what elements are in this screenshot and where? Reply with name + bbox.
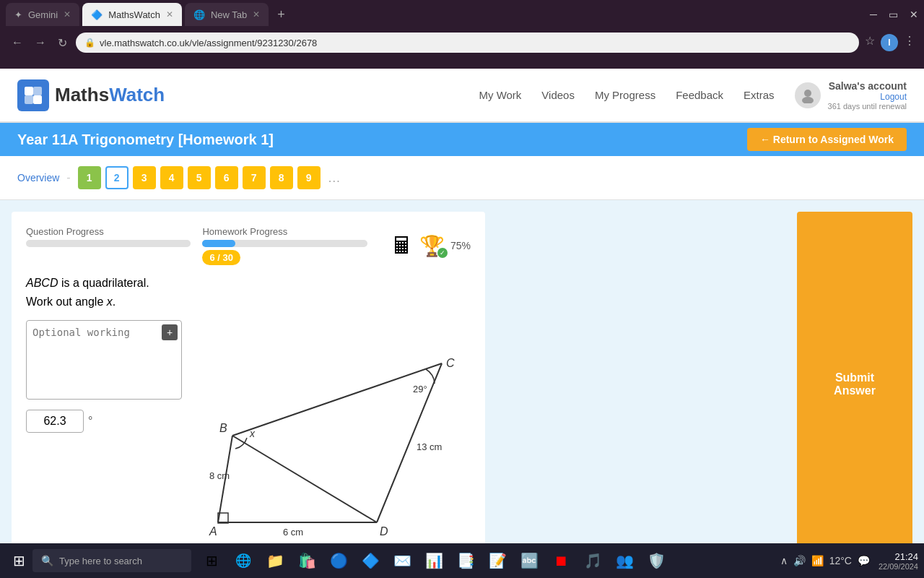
taskbar-teams[interactable]: 👥 [610, 546, 639, 575]
trophy-area: 🖩 🏆 ✓ 75% [391, 226, 471, 265]
clock[interactable]: 21:24 22/09/2024 [879, 551, 918, 571]
degree-symbol: ° [88, 415, 92, 428]
maximize-button[interactable]: ▭ [889, 9, 898, 20]
back-button[interactable]: ← [9, 33, 26, 52]
taskbar-chrome[interactable]: 🔵 [324, 546, 353, 575]
taskbar-right: ∧ 🔊 📶 12°C 💬 21:24 22/09/2024 [780, 551, 918, 571]
menu-icon[interactable]: ⋮ [904, 34, 915, 51]
optional-working-container: + [26, 320, 182, 402]
homework-progress-badge: 6 / 30 [202, 250, 240, 265]
taskbar-taskview[interactable]: ⊞ [197, 546, 226, 575]
taskbar-explorer[interactable]: 📁 [261, 546, 289, 575]
forward-button[interactable]: → [32, 33, 49, 52]
label-29deg: 29° [413, 384, 427, 394]
question-btn-8[interactable]: 8 [270, 166, 293, 189]
question-text: ABCD is a quadrilateral. [26, 277, 471, 290]
trophy-percentage: 75% [450, 240, 471, 251]
label-C: C [446, 357, 455, 369]
return-to-assigned-work-button[interactable]: ← Return to Assigned Work [747, 128, 907, 151]
header-nav: My Work Videos My Progress Feedback Extr… [479, 80, 907, 111]
overview-link[interactable]: Overview [17, 172, 59, 184]
more-questions-indicator: … [328, 171, 341, 186]
chevron-up-icon[interactable]: ∧ [780, 555, 788, 566]
minimize-button[interactable]: ─ [870, 9, 877, 20]
question-btn-6[interactable]: 6 [215, 166, 238, 189]
start-button[interactable]: ⊞ [6, 549, 32, 572]
question-btn-7[interactable]: 7 [243, 166, 266, 189]
taskbar-edge[interactable]: 🌐 [229, 546, 258, 575]
question-btn-1[interactable]: 1 [78, 166, 101, 189]
homework-progress-label: Homework Progress [202, 226, 367, 237]
question-btn-4[interactable]: 4 [160, 166, 183, 189]
label-A: A [209, 525, 217, 538]
profile-button[interactable]: I [881, 34, 898, 51]
question-progress-block: Question Progress [26, 226, 191, 265]
logout-link[interactable]: Logout [828, 92, 907, 102]
nav-my-work[interactable]: My Work [479, 89, 521, 101]
taskbar-app-red[interactable]: ⏹ [546, 546, 575, 575]
label-6cm: 6 cm [283, 527, 303, 538]
nav-videos[interactable]: Videos [541, 89, 575, 101]
homework-progress-block: Homework Progress 6 / 30 [202, 226, 367, 265]
svg-rect-0 [25, 87, 33, 95]
taskbar-ppt[interactable]: 📑 [451, 546, 480, 575]
answer-row: ° [26, 410, 182, 433]
right-section: Submit Answer [497, 200, 924, 569]
question-btn-3[interactable]: 3 [133, 166, 156, 189]
question-btn-9[interactable]: 9 [297, 166, 321, 189]
user-avatar [795, 82, 821, 108]
logo-maths: Maths [55, 84, 109, 105]
question-btn-2[interactable]: 2 [105, 166, 128, 189]
svg-point-4 [804, 90, 811, 97]
taskbar-store[interactable]: 🛍️ [292, 546, 321, 575]
logo-area[interactable]: MathsWatch [17, 79, 165, 111]
notification-icon[interactable]: 💬 [858, 555, 870, 566]
site-header: MathsWatch My Work Videos My Progress Fe… [0, 69, 924, 123]
diagram-svg: A B C D x 29° [196, 320, 471, 551]
taskbar: ⊞ 🔍 Type here to search ⊞ 🌐 📁 🛍️ 🔵 🔷 ✉️ … [0, 543, 924, 578]
url-text: vle.mathswatch.co.uk/vle/assignment/9231… [100, 38, 317, 48]
taskbar-spotify[interactable]: 🎵 [578, 546, 607, 575]
answer-input[interactable] [26, 410, 84, 433]
question-text-italic: ABCD [26, 277, 58, 289]
expand-working-button[interactable]: + [162, 324, 178, 340]
nav-feedback[interactable]: Feedback [676, 89, 723, 101]
taskbar-mail[interactable]: ✉️ [388, 546, 417, 575]
taskbar-search-icon: 🔍 [41, 555, 53, 566]
tab-newtab-label: New Tab [211, 9, 247, 20]
tab-gemini-close[interactable]: ✕ [64, 9, 71, 20]
reload-button[interactable]: ↻ [55, 33, 70, 53]
address-bar[interactable]: 🔒 vle.mathswatch.co.uk/vle/assignment/92… [76, 33, 859, 53]
taskbar-antivirus[interactable]: 🛡️ [642, 546, 671, 575]
question-btn-5[interactable]: 5 [188, 166, 211, 189]
tab-mathswatch-close[interactable]: ✕ [166, 9, 173, 20]
volume-icon[interactable]: 🔊 [793, 555, 806, 566]
taskbar-app-w[interactable]: 🔤 [515, 546, 544, 575]
tab-gemini[interactable]: ✦ Gemini ✕ [6, 3, 79, 26]
optional-working-input[interactable] [26, 320, 182, 400]
question-nav: Overview - 1 2 3 4 5 6 7 8 9 … [0, 156, 924, 200]
taskbar-word[interactable]: 📝 [483, 546, 512, 575]
add-tab-button[interactable]: + [271, 7, 291, 22]
taskbar-edge2[interactable]: 🔷 [356, 546, 385, 575]
bookmark-icon[interactable]: ☆ [865, 34, 875, 51]
svg-point-5 [802, 97, 814, 103]
nav-extras[interactable]: Extras [744, 89, 775, 101]
submit-answer-button[interactable]: Submit Answer [797, 212, 912, 557]
tab-mathswatch[interactable]: 🔷 MathsWatch ✕ [82, 3, 182, 26]
question-text-rest: is a quadrilateral. [58, 277, 149, 289]
tab-newtab-close[interactable]: ✕ [253, 9, 260, 20]
clock-date: 22/09/2024 [879, 562, 918, 571]
question-panel: Question Progress Homework Progress 6 / … [12, 212, 485, 569]
assignment-title: Year 11A Trigonometry [Homework 1] [17, 131, 274, 148]
close-button[interactable]: ✕ [910, 9, 918, 20]
network-icon[interactable]: 📶 [811, 555, 824, 566]
taskbar-search[interactable]: 🔍 Type here to search [32, 549, 191, 572]
nav-my-progress[interactable]: My Progress [595, 89, 655, 101]
label-D: D [380, 525, 388, 538]
tab-newtab[interactable]: 🌐 New Tab ✕ [185, 3, 269, 26]
label-x: x [249, 428, 256, 439]
taskbar-excel[interactable]: 📊 [419, 546, 448, 575]
svg-line-8 [232, 363, 442, 436]
label-B: B [219, 422, 227, 434]
